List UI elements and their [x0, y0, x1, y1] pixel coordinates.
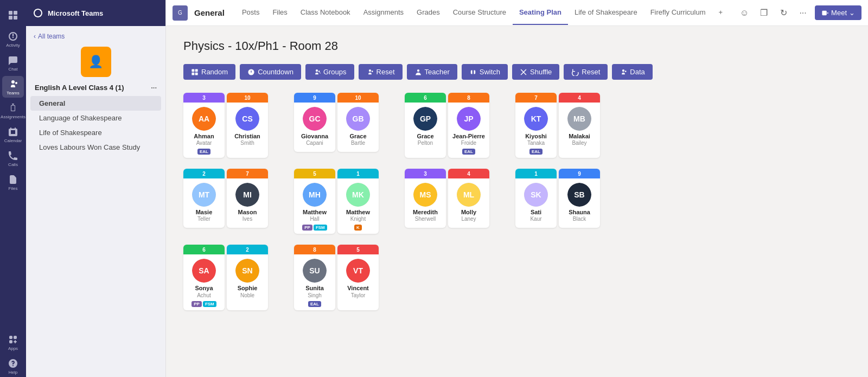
tab-files[interactable]: Files — [266, 1, 293, 25]
team-section: ‹ All teams 👤 English A Level Class 4 (1… — [26, 26, 165, 161]
card-number-masie: 2 — [183, 169, 225, 178]
student-card-grace-p[interactable]: 6 GP Grace Pelton — [405, 93, 446, 158]
tag-eal-sunita: EAL — [308, 301, 321, 307]
tab-life-shakespeare[interactable]: Life of Shakespeare — [568, 1, 644, 25]
student-card-matthew-k[interactable]: 1 MK Matthew Knight K — [337, 169, 379, 234]
page-title: Physics - 10x/Ph1 - Room 28 — [183, 39, 851, 53]
tab-seating-plan[interactable]: Seating Plan — [513, 1, 568, 25]
team-more-button[interactable]: ··· — [151, 84, 157, 92]
sidebar-item-chat[interactable]: Chat — [2, 52, 24, 74]
tab-grades[interactable]: Grades — [410, 1, 446, 25]
team-name: English A Level Class 4 (1) ··· — [30, 81, 161, 94]
student-card-malakai[interactable]: 4 MB Malakai Bailey — [559, 93, 600, 158]
channel-item-life[interactable]: Life of Shakespeare — [30, 125, 161, 140]
sidebar-item-calendar[interactable]: Calendar — [2, 124, 24, 145]
student-card-sophie[interactable]: 2 SN Sophie Noble — [227, 245, 268, 310]
sidebar-item-teams[interactable]: Teams — [2, 76, 24, 98]
avatar-shauna: SB — [567, 183, 591, 207]
name-first-kiyoshi: Kiyoshi — [518, 133, 554, 140]
name-last-sunita: Singh — [296, 292, 333, 299]
sidebar-item-activity[interactable]: Activity — [2, 28, 24, 50]
emoji-icon[interactable]: ☺ — [737, 5, 752, 21]
student-card-vincent[interactable]: 5 VT Vincent Taylor — [337, 245, 379, 310]
avatar-masie: MT — [192, 183, 216, 207]
channel-item-language[interactable]: Language of Shakespeare — [30, 111, 161, 125]
student-card-shauna[interactable]: 9 SB Shauna Black — [559, 169, 600, 228]
sidebar-item-assignments[interactable]: Assignments — [2, 100, 24, 122]
channel-item-general[interactable]: General — [30, 96, 161, 111]
tab-firefly[interactable]: Firefly Curriculum — [644, 1, 712, 25]
name-first-grace-p: Grace — [407, 133, 444, 140]
tag-fsm-sonya: FSM — [203, 301, 216, 307]
avatar-sonya: SA — [192, 259, 216, 283]
tags-ahman: EAL — [186, 149, 222, 155]
tab-posts[interactable]: Posts — [235, 1, 266, 25]
name-last-masie: Teller — [186, 216, 222, 222]
student-card-sunita[interactable]: 8 SU Sunita Singh EAL — [294, 245, 335, 310]
name-first-jean-pierre: Jean-Pierre — [450, 133, 487, 140]
card-number-grace-p: 6 — [405, 93, 446, 103]
student-card-meredith[interactable]: 3 MS Meredith Sherwell — [405, 169, 446, 228]
student-card-jean-pierre[interactable]: 8 JP Jean-Pierre Froide EAL — [448, 93, 489, 158]
student-card-grace-b[interactable]: 10 GB Grace Bartle — [337, 93, 379, 152]
more-icon[interactable]: ··· — [795, 5, 810, 21]
sidebar-item-calls[interactable]: Calls — [2, 148, 24, 169]
name-first-matthew-k: Matthew — [340, 209, 376, 216]
name-first-vincent: Vincent — [340, 285, 376, 292]
name-first-grace-b: Grace — [340, 133, 376, 140]
seat-group-1: 3 AA Ahman Avatar EAL 10 CS Christian — [183, 93, 268, 158]
reset-button-1[interactable]: Reset — [359, 64, 403, 80]
student-card-kiyoshi[interactable]: 7 KT Kiyoshi Tanaka EAL — [515, 93, 557, 158]
sidebar-item-help[interactable]: Help — [2, 355, 24, 377]
svg-rect-1 — [14, 11, 17, 15]
groups-button[interactable]: Groups — [305, 64, 354, 80]
sidebar-item-files[interactable]: Files — [2, 171, 24, 193]
name-last-jean-pierre: Froide — [450, 140, 487, 146]
seating-toolbar: Random Countdown Groups Reset Teacher Sw… — [183, 64, 851, 80]
teacher-button[interactable]: Teacher — [407, 64, 457, 80]
reset-button-2[interactable]: Reset — [564, 64, 608, 80]
channel-item-loves[interactable]: Loves Labours Won Case Study — [30, 140, 161, 155]
countdown-button[interactable]: Countdown — [240, 64, 301, 80]
card-number-christian: 10 — [227, 93, 268, 103]
student-card-giovanna[interactable]: 9 GC Giovanna Capani — [294, 93, 335, 152]
student-card-sati[interactable]: 1 SK Sati Kaur — [515, 169, 557, 228]
content-area: Physics - 10x/Ph1 - Room 28 Random Count… — [166, 26, 868, 377]
avatar-grace-p: GP — [413, 107, 437, 131]
tab-notebook[interactable]: Class Notebook — [294, 1, 357, 25]
student-card-matthew-h[interactable]: 5 MH Matthew Hall PP FSM — [294, 169, 335, 234]
calendar-label: Calendar — [4, 138, 22, 143]
meet-button[interactable]: Meet ⌄ — [815, 5, 861, 20]
name-last-sophie: Noble — [229, 292, 266, 299]
student-card-molly[interactable]: 4 ML Molly Laney — [448, 169, 489, 228]
app-launcher-icon[interactable] — [2, 4, 24, 26]
svg-rect-3 — [14, 16, 17, 20]
avatar-sunita: SU — [303, 259, 327, 283]
tags-sonya: PP FSM — [186, 301, 222, 307]
expand-icon[interactable]: ❐ — [756, 5, 771, 21]
tab-course-structure[interactable]: Course Structure — [446, 1, 513, 25]
refresh-icon[interactable]: ↻ — [776, 5, 791, 21]
avatar-meredith: MS — [413, 183, 437, 207]
data-button[interactable]: Data — [612, 64, 652, 80]
tab-add[interactable]: + — [712, 1, 729, 25]
shuffle-button[interactable]: Shuffle — [512, 64, 559, 80]
card-number-giovanna: 9 — [294, 93, 335, 103]
tab-assignments[interactable]: Assignments — [357, 1, 410, 25]
sidebar-item-apps[interactable]: Apps — [2, 331, 24, 353]
student-card-ahman[interactable]: 3 AA Ahman Avatar EAL — [183, 93, 225, 158]
card-number-vincent: 5 — [337, 245, 379, 254]
avatar-christian: CS — [235, 107, 259, 131]
app-title: Microsoft Teams — [48, 9, 103, 17]
switch-button[interactable]: Switch — [462, 64, 508, 80]
name-last-sonya: Achut — [186, 292, 222, 299]
name-first-sophie: Sophie — [229, 285, 266, 292]
random-button[interactable]: Random — [183, 64, 235, 80]
back-button[interactable]: ‹ All teams — [30, 30, 161, 42]
seat-group-6: 5 MH Matthew Hall PP FSM 1 — [294, 169, 379, 234]
student-card-mason[interactable]: 7 MI Mason Ives — [227, 169, 268, 228]
name-first-matthew-h: Matthew — [296, 209, 333, 216]
student-card-christian[interactable]: 10 CS Christian Smith — [227, 93, 268, 158]
student-card-masie[interactable]: 2 MT Masie Teller — [183, 169, 225, 228]
student-card-sonya[interactable]: 6 SA Sonya Achut PP FSM — [183, 245, 225, 310]
